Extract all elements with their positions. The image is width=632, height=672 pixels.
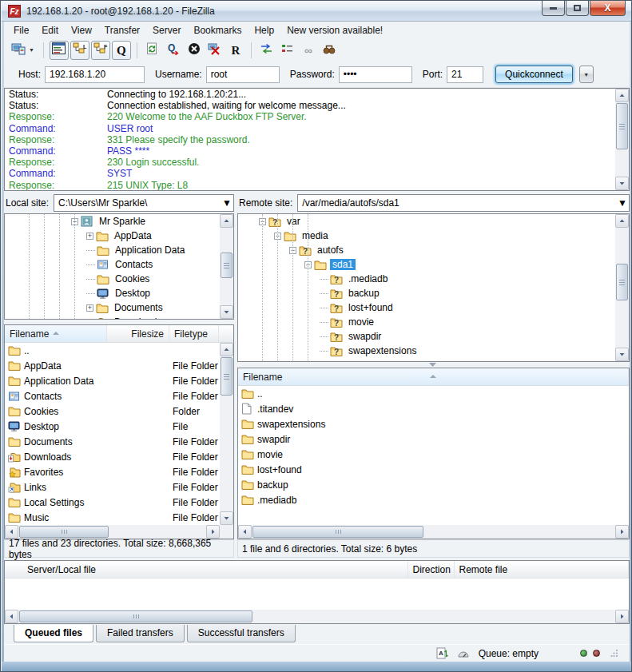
queue-column-header-remote-file[interactable]: Remote file: [455, 561, 629, 578]
tree-label[interactable]: movie: [346, 316, 376, 328]
menu-server[interactable]: Server: [146, 23, 187, 38]
local-list-vertical-scrollbar[interactable]: [220, 343, 233, 525]
tab-successful-transfers[interactable]: Successful transfers: [187, 625, 296, 642]
column-header-filetype[interactable]: Filetype: [169, 325, 219, 342]
tree-label[interactable]: AppData: [112, 230, 154, 241]
file-row[interactable]: swapextensions: [238, 416, 629, 431]
queue-column-header-server-local-file[interactable]: Server/Local file: [5, 561, 408, 578]
chevron-down-icon[interactable]: ▼: [616, 195, 629, 211]
tree-row[interactable]: +AppData: [5, 229, 220, 243]
tree-label[interactable]: swapdir: [346, 331, 384, 342]
log-vertical-scrollbar[interactable]: [615, 89, 629, 190]
file-row[interactable]: swapdir: [238, 431, 629, 447]
toggle-queue-button[interactable]: Q: [112, 41, 131, 60]
menu-bookmarks[interactable]: Bookmarks: [187, 23, 248, 38]
scroll-right-button[interactable]: [615, 525, 629, 539]
menu-edit[interactable]: Edit: [35, 23, 65, 38]
tree-row[interactable]: ?dvd: [238, 358, 615, 362]
tree-label[interactable]: Cookies: [113, 273, 152, 284]
quickconnect-dropdown-button[interactable]: ▼: [579, 66, 594, 83]
tree-label[interactable]: Contacts: [113, 259, 155, 270]
remote-site-combobox[interactable]: /var/media/autofs/sda1 ▼: [297, 194, 630, 212]
tree-row[interactable]: +Downloads: [5, 315, 220, 320]
scrollbar-thumb[interactable]: [221, 252, 233, 278]
expand-expander-icon[interactable]: +: [86, 233, 93, 240]
scroll-left-button[interactable]: [238, 525, 252, 539]
menu-new-version-notice[interactable]: New version available!: [280, 23, 389, 38]
disconnect-button[interactable]: [205, 41, 225, 60]
tree-row[interactable]: ?movie: [238, 315, 615, 329]
scroll-down-button[interactable]: [220, 511, 233, 525]
local-site-combobox[interactable]: C:\Users\Mr Sparkle\ ▼: [54, 194, 234, 212]
file-row[interactable]: .mediadb: [238, 492, 629, 507]
column-header-filename[interactable]: Filename: [5, 325, 107, 342]
tree-row[interactable]: +Documents: [5, 300, 220, 315]
toggle-log-button[interactable]: [50, 41, 69, 60]
queue-horizontal-scrollbar[interactable]: [5, 610, 629, 623]
scrollbar-thumb[interactable]: [19, 610, 252, 622]
tree-row[interactable]: Desktop: [5, 286, 220, 300]
file-row[interactable]: FavoritesFile Folder: [5, 464, 220, 479]
scrollbar-thumb[interactable]: [252, 526, 423, 538]
tab-queued-files[interactable]: Queued files: [14, 625, 93, 642]
cancel-button[interactable]: [185, 41, 204, 60]
tab-failed-transfers[interactable]: Failed transfers: [96, 625, 185, 642]
tree-label[interactable]: .mediadb: [346, 273, 390, 284]
tree-row[interactable]: ?swapdir: [238, 329, 615, 344]
menu-help[interactable]: Help: [248, 23, 280, 38]
tree-row[interactable]: ?swapextensions: [238, 344, 615, 358]
tree-row[interactable]: Cookies: [5, 272, 220, 286]
expand-expander-icon[interactable]: +: [86, 304, 93, 312]
tree-row[interactable]: Contacts: [5, 257, 220, 272]
scrollbar-thumb[interactable]: [221, 357, 233, 396]
file-row[interactable]: DownloadsFile Folder: [5, 449, 220, 464]
tree-row[interactable]: −?autofs: [238, 243, 615, 257]
tree-label[interactable]: Desktop: [113, 288, 153, 299]
tree-label[interactable]: lost+found: [346, 302, 395, 313]
file-row[interactable]: AppDataFile Folder: [5, 358, 220, 373]
tree-label-selected[interactable]: sda1: [330, 259, 356, 270]
file-row[interactable]: lost+found: [238, 462, 629, 477]
tree-label[interactable]: Documents: [112, 302, 165, 313]
file-row[interactable]: ContactsFile Folder: [5, 388, 220, 404]
remote-list-horizontal-scrollbar[interactable]: [238, 525, 629, 539]
tree-row[interactable]: −sda1: [238, 257, 615, 272]
file-row[interactable]: DesktopFile: [5, 419, 220, 434]
scrollbar-thumb[interactable]: [616, 103, 628, 149]
file-row[interactable]: DocumentsFile Folder: [5, 434, 220, 449]
process-queue-button[interactable]: Q: [164, 41, 183, 60]
menu-view[interactable]: View: [65, 23, 98, 38]
chevron-down-icon[interactable]: ▼: [221, 195, 233, 211]
menu-transfer[interactable]: Transfer: [98, 23, 146, 38]
tree-row[interactable]: −?var: [238, 214, 615, 229]
directory-comparison-button[interactable]: [257, 41, 276, 60]
file-row[interactable]: LinksFile Folder: [5, 479, 220, 495]
scroll-right-button[interactable]: [206, 525, 220, 539]
file-row[interactable]: Local SettingsFile Folder: [5, 495, 220, 510]
host-input[interactable]: [45, 66, 145, 83]
file-row[interactable]: MusicFile Folder: [5, 510, 220, 525]
scroll-right-button[interactable]: [615, 610, 629, 623]
username-input[interactable]: [206, 66, 280, 83]
tree-label[interactable]: backup: [346, 288, 382, 299]
splitter-collapse-arrow[interactable]: [429, 363, 436, 367]
local-list-horizontal-scrollbar[interactable]: [5, 525, 220, 539]
local-tree-vertical-scrollbar[interactable]: [220, 214, 233, 319]
file-row[interactable]: CookiesFolder: [5, 404, 220, 419]
tree-row[interactable]: ?backup: [238, 286, 615, 300]
speed-limits-icon[interactable]: [457, 649, 471, 658]
tree-label[interactable]: Downloads: [112, 316, 164, 320]
file-row[interactable]: Application DataFile Folder: [5, 373, 220, 388]
scroll-left-button[interactable]: [5, 610, 18, 623]
tree-row[interactable]: Application Data: [5, 243, 220, 257]
synchronized-browsing-button[interactable]: [278, 41, 297, 60]
scroll-up-button[interactable]: [615, 214, 629, 228]
scroll-up-button[interactable]: [220, 343, 233, 356]
tree-row[interactable]: ?lost+found: [238, 300, 615, 315]
chevron-down-icon[interactable]: ▼: [26, 47, 38, 53]
filter-button[interactable]: [320, 41, 339, 60]
column-header-filesize[interactable]: Filesize: [107, 325, 169, 342]
tree-label[interactable]: swapextensions: [346, 345, 419, 356]
tree-label[interactable]: Application Data: [113, 245, 187, 256]
resize-grip[interactable]: [610, 648, 618, 659]
